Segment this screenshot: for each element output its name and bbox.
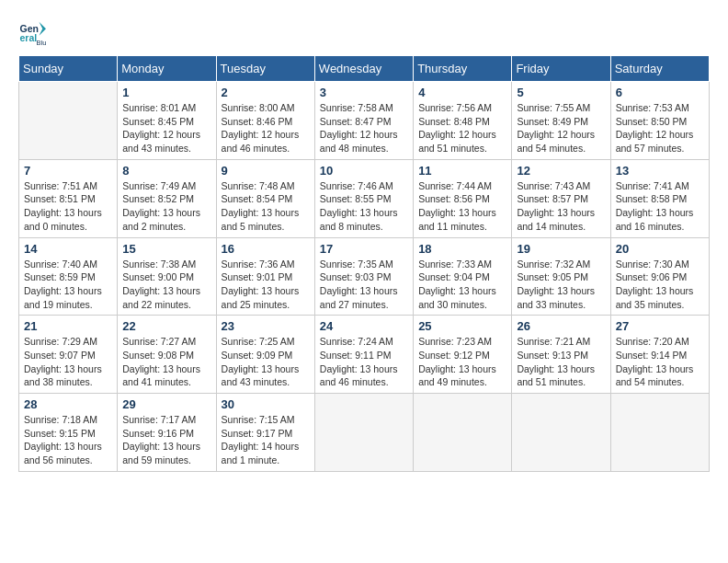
- day-number: 27: [616, 319, 704, 333]
- calendar-cell: 30Sunrise: 7:15 AMSunset: 9:17 PMDayligh…: [216, 394, 314, 472]
- day-number: 24: [320, 319, 408, 333]
- calendar-cell: 8Sunrise: 7:49 AMSunset: 8:52 PMDaylight…: [118, 159, 216, 237]
- day-info: Sunrise: 7:58 AMSunset: 8:47 PMDaylight:…: [320, 101, 408, 155]
- svg-marker-2: [40, 22, 47, 36]
- day-info: Sunrise: 7:17 AMSunset: 9:16 PMDaylight:…: [122, 413, 210, 467]
- day-info: Sunrise: 7:36 AMSunset: 9:01 PMDaylight:…: [222, 258, 310, 312]
- day-info: Sunrise: 7:53 AMSunset: 8:50 PMDaylight:…: [616, 101, 704, 155]
- day-header-sunday: Sunday: [19, 56, 118, 82]
- day-info: Sunrise: 7:46 AMSunset: 8:55 PMDaylight:…: [320, 179, 408, 234]
- calendar-cell: 17Sunrise: 7:35 AMSunset: 9:03 PMDayligh…: [314, 237, 413, 316]
- day-info: Sunrise: 7:35 AMSunset: 9:03 PMDaylight:…: [320, 258, 408, 312]
- calendar-header-row: SundayMondayTuesdayWednesdayThursdayFrid…: [19, 56, 710, 82]
- calendar-cell: 2Sunrise: 8:00 AMSunset: 8:46 PMDaylight…: [216, 82, 314, 160]
- day-number: 29: [122, 397, 210, 411]
- day-info: Sunrise: 7:21 AMSunset: 9:13 PMDaylight:…: [517, 335, 605, 389]
- day-number: 22: [122, 319, 210, 333]
- day-number: 3: [320, 86, 408, 99]
- day-number: 5: [517, 86, 605, 99]
- day-number: 9: [222, 164, 310, 178]
- day-info: Sunrise: 7:41 AMSunset: 8:58 PMDaylight:…: [616, 179, 704, 234]
- day-info: Sunrise: 7:27 AMSunset: 9:08 PMDaylight:…: [122, 335, 210, 389]
- day-number: 28: [24, 397, 112, 411]
- calendar-cell: 3Sunrise: 7:58 AMSunset: 8:47 PMDaylight…: [314, 82, 413, 160]
- calendar-table: SundayMondayTuesdayWednesdayThursdayFrid…: [18, 55, 710, 472]
- page-header: Gen eral Blue: [18, 18, 710, 46]
- calendar-cell: 18Sunrise: 7:33 AMSunset: 9:04 PMDayligh…: [414, 237, 512, 316]
- day-info: Sunrise: 7:49 AMSunset: 8:52 PMDaylight:…: [122, 179, 210, 234]
- calendar-week-row: 28Sunrise: 7:18 AMSunset: 9:15 PMDayligh…: [19, 394, 710, 472]
- day-info: Sunrise: 7:44 AMSunset: 8:56 PMDaylight:…: [418, 179, 506, 234]
- day-info: Sunrise: 7:29 AMSunset: 9:07 PMDaylight:…: [24, 335, 112, 389]
- day-number: 23: [222, 319, 310, 333]
- calendar-cell: 29Sunrise: 7:17 AMSunset: 9:16 PMDayligh…: [118, 394, 216, 472]
- calendar-cell: 19Sunrise: 7:32 AMSunset: 9:05 PMDayligh…: [512, 237, 610, 316]
- day-number: 14: [24, 242, 112, 256]
- day-info: Sunrise: 8:00 AMSunset: 8:46 PMDaylight:…: [222, 101, 310, 155]
- day-info: Sunrise: 7:20 AMSunset: 9:14 PMDaylight:…: [616, 335, 704, 389]
- calendar-cell: 14Sunrise: 7:40 AMSunset: 8:59 PMDayligh…: [19, 237, 118, 316]
- day-number: 19: [517, 242, 605, 256]
- day-info: Sunrise: 7:51 AMSunset: 8:51 PMDaylight:…: [24, 179, 112, 234]
- svg-text:eral: eral: [20, 32, 38, 43]
- calendar-cell: [610, 394, 709, 472]
- svg-text:Blue: Blue: [37, 39, 47, 47]
- calendar-cell: 22Sunrise: 7:27 AMSunset: 9:08 PMDayligh…: [118, 316, 216, 394]
- day-number: 4: [418, 86, 506, 99]
- day-info: Sunrise: 8:01 AMSunset: 8:45 PMDaylight:…: [122, 101, 210, 155]
- day-number: 15: [122, 242, 210, 256]
- calendar-week-row: 7Sunrise: 7:51 AMSunset: 8:51 PMDaylight…: [19, 159, 710, 237]
- calendar-cell: 10Sunrise: 7:46 AMSunset: 8:55 PMDayligh…: [314, 159, 413, 237]
- day-info: Sunrise: 7:43 AMSunset: 8:57 PMDaylight:…: [517, 179, 605, 234]
- day-info: Sunrise: 7:23 AMSunset: 9:12 PMDaylight:…: [418, 335, 506, 389]
- day-header-thursday: Thursday: [414, 56, 512, 82]
- calendar-cell: 28Sunrise: 7:18 AMSunset: 9:15 PMDayligh…: [19, 394, 118, 472]
- day-info: Sunrise: 7:55 AMSunset: 8:49 PMDaylight:…: [517, 101, 605, 155]
- calendar-week-row: 21Sunrise: 7:29 AMSunset: 9:07 PMDayligh…: [19, 316, 710, 394]
- calendar-cell: 24Sunrise: 7:24 AMSunset: 9:11 PMDayligh…: [314, 316, 413, 394]
- day-number: 30: [222, 397, 310, 411]
- day-number: 18: [418, 242, 506, 256]
- calendar-cell: 23Sunrise: 7:25 AMSunset: 9:09 PMDayligh…: [216, 316, 314, 394]
- calendar-cell: 26Sunrise: 7:21 AMSunset: 9:13 PMDayligh…: [512, 316, 610, 394]
- day-info: Sunrise: 7:15 AMSunset: 9:17 PMDaylight:…: [222, 413, 310, 467]
- day-info: Sunrise: 7:48 AMSunset: 8:54 PMDaylight:…: [222, 179, 310, 234]
- day-number: 7: [24, 164, 112, 178]
- calendar-cell: 4Sunrise: 7:56 AMSunset: 8:48 PMDaylight…: [414, 82, 512, 160]
- day-info: Sunrise: 7:40 AMSunset: 8:59 PMDaylight:…: [24, 258, 112, 312]
- calendar-cell: [414, 394, 512, 472]
- calendar-week-row: 14Sunrise: 7:40 AMSunset: 8:59 PMDayligh…: [19, 237, 710, 316]
- calendar-cell: 25Sunrise: 7:23 AMSunset: 9:12 PMDayligh…: [414, 316, 512, 394]
- day-number: 20: [616, 242, 704, 256]
- day-number: 8: [122, 164, 210, 178]
- day-number: 12: [517, 164, 605, 178]
- day-number: 25: [418, 319, 506, 333]
- day-info: Sunrise: 7:30 AMSunset: 9:06 PMDaylight:…: [616, 258, 704, 312]
- calendar-cell: [19, 82, 118, 160]
- day-number: 17: [320, 242, 408, 256]
- calendar-cell: 21Sunrise: 7:29 AMSunset: 9:07 PMDayligh…: [19, 316, 118, 394]
- day-info: Sunrise: 7:38 AMSunset: 9:00 PMDaylight:…: [122, 258, 210, 312]
- day-number: 6: [616, 86, 704, 99]
- day-header-wednesday: Wednesday: [314, 56, 413, 82]
- calendar-cell: 12Sunrise: 7:43 AMSunset: 8:57 PMDayligh…: [512, 159, 610, 237]
- day-number: 16: [222, 242, 310, 256]
- calendar-cell: 20Sunrise: 7:30 AMSunset: 9:06 PMDayligh…: [610, 237, 709, 316]
- day-info: Sunrise: 7:33 AMSunset: 9:04 PMDaylight:…: [418, 258, 506, 312]
- calendar-cell: [512, 394, 610, 472]
- day-header-friday: Friday: [512, 56, 610, 82]
- day-info: Sunrise: 7:24 AMSunset: 9:11 PMDaylight:…: [320, 335, 408, 389]
- calendar-cell: 11Sunrise: 7:44 AMSunset: 8:56 PMDayligh…: [414, 159, 512, 237]
- logo: Gen eral Blue: [18, 18, 50, 46]
- calendar-cell: 7Sunrise: 7:51 AMSunset: 8:51 PMDaylight…: [19, 159, 118, 237]
- day-number: 21: [24, 319, 112, 333]
- logo-icon: Gen eral Blue: [18, 18, 46, 46]
- calendar-week-row: 1Sunrise: 8:01 AMSunset: 8:45 PMDaylight…: [19, 82, 710, 160]
- day-info: Sunrise: 7:56 AMSunset: 8:48 PMDaylight:…: [418, 101, 506, 155]
- calendar-cell: 13Sunrise: 7:41 AMSunset: 8:58 PMDayligh…: [610, 159, 709, 237]
- day-number: 13: [616, 164, 704, 178]
- calendar-cell: 9Sunrise: 7:48 AMSunset: 8:54 PMDaylight…: [216, 159, 314, 237]
- day-info: Sunrise: 7:18 AMSunset: 9:15 PMDaylight:…: [24, 413, 112, 467]
- calendar-cell: 16Sunrise: 7:36 AMSunset: 9:01 PMDayligh…: [216, 237, 314, 316]
- day-number: 1: [122, 86, 210, 99]
